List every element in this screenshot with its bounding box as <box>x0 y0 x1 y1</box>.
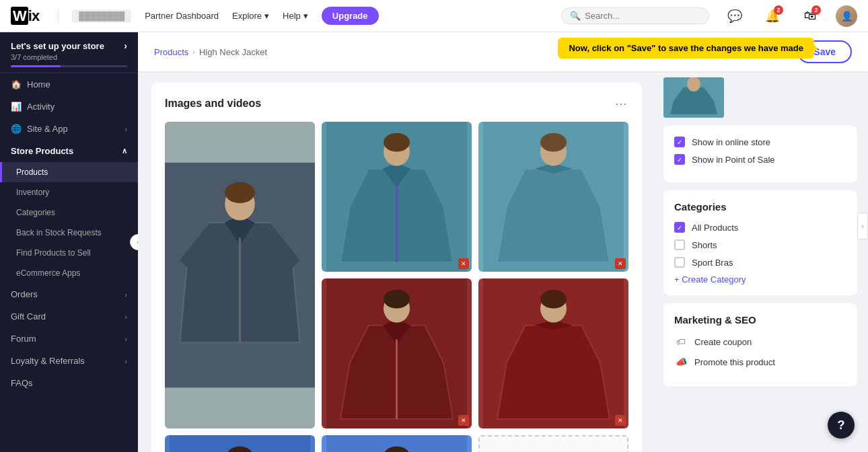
product-image-main[interactable]: ✕ <box>165 122 315 428</box>
upgrade-button[interactable]: Upgrade <box>322 7 379 25</box>
sidebar-item-gift-card[interactable]: Gift Card › <box>0 305 138 328</box>
breadcrumb-products-link[interactable]: Products <box>154 47 188 57</box>
loyalty-arrow-icon: › <box>124 357 127 365</box>
setup-progress: 3/7 completed <box>11 53 127 61</box>
sidebar-item-forum[interactable]: Forum › <box>0 328 138 350</box>
svg-point-17 <box>540 290 567 309</box>
setup-title[interactable]: Let's set up your store › <box>11 40 127 51</box>
notifications-button[interactable]: 🔔 2 <box>760 4 785 28</box>
cart-badge: 2 <box>811 5 821 15</box>
delete-image-red-front-button[interactable]: ✕ <box>458 415 469 426</box>
sidebar-item-loyalty-referrals[interactable]: Loyalty & Referrals › <box>0 350 138 372</box>
sidebar-item-orders[interactable]: Orders › <box>0 283 138 305</box>
sidebar-item-back-in-stock[interactable]: Back in Stock Requests <box>0 223 138 243</box>
images-section-title: Images and videos <box>165 98 261 110</box>
product-image-red-front[interactable]: ✕ <box>322 278 472 428</box>
breadcrumb-separator: › <box>192 48 195 56</box>
add-image-button[interactable]: + <box>478 435 628 452</box>
sidebar: Let's set up your store › 3/7 completed … <box>0 32 138 452</box>
delete-image-red-back-button[interactable]: ✕ <box>615 415 626 426</box>
all-products-checkbox[interactable]: ✓ <box>674 222 685 233</box>
jacket-red-back-svg <box>478 278 628 428</box>
show-online-store-item[interactable]: ✓ Show in online store <box>674 137 846 147</box>
category-shorts[interactable]: Shorts <box>674 239 846 250</box>
sidebar-item-site-app[interactable]: 🌐 Site & App › <box>0 118 138 140</box>
marketing-seo-title: Marketing & SEO <box>674 314 846 326</box>
jacket-blue1-svg <box>165 435 315 452</box>
main-layout: Let's set up your store › 3/7 completed … <box>0 32 868 452</box>
sidebar-item-inventory[interactable]: Inventory <box>0 182 138 202</box>
right-panel-collapse-button[interactable]: › <box>857 213 868 239</box>
store-products-collapse-icon: ∧ <box>122 147 127 155</box>
category-sport-bras[interactable]: Sport Bras <box>674 257 846 268</box>
show-online-store-label: Show in online store <box>692 137 770 147</box>
sidebar-item-faqs[interactable]: FAQs <box>0 372 138 394</box>
explore-chevron-icon: ▾ <box>264 11 269 21</box>
coupon-icon: 🏷 <box>674 335 688 348</box>
product-image-blue1[interactable]: ✕ <box>165 435 315 452</box>
cart-button[interactable]: 🛍 2 <box>798 4 822 28</box>
svg-point-10 <box>540 133 567 152</box>
notification-badge: 2 <box>774 5 783 15</box>
show-pos-checkbox[interactable]: ✓ <box>674 154 685 165</box>
create-coupon-label: Create coupon <box>694 337 752 347</box>
messages-icon: 💬 <box>727 9 742 24</box>
store-products-section-header[interactable]: Store Products ∧ <box>0 140 138 162</box>
activity-icon: 📊 <box>11 102 22 112</box>
delete-image-teal-front-button[interactable]: ✕ <box>458 258 469 269</box>
site-icon: 🌐 <box>11 124 22 134</box>
sidebar-item-activity[interactable]: 📊 Activity <box>0 96 138 118</box>
breadcrumb-current: High Neck Jacket <box>199 47 267 57</box>
forum-arrow-icon: › <box>124 335 127 343</box>
sidebar-item-ecommerce-apps[interactable]: eCommerce Apps <box>0 263 138 283</box>
search-bar[interactable]: 🔍 <box>561 7 709 24</box>
product-image-teal-back[interactable]: ✕ <box>478 122 628 272</box>
partner-dashboard-link[interactable]: Partner Dashboard <box>145 11 219 21</box>
promote-product-label: Promote this product <box>694 357 775 367</box>
svg-point-3 <box>225 182 255 203</box>
sidebar-item-categories[interactable]: Categories <box>0 202 138 223</box>
jacket-blue2-svg <box>322 435 472 452</box>
create-coupon-item[interactable]: 🏷 Create coupon <box>674 335 846 348</box>
explore-link[interactable]: Explore ▾ <box>232 11 269 21</box>
top-navigation: Wix ████████ Partner Dashboard Explore ▾… <box>0 0 868 32</box>
all-products-label: All Products <box>692 223 738 233</box>
images-videos-section: Images and videos ⋯ <box>151 83 642 452</box>
home-icon: 🏠 <box>11 79 22 89</box>
show-online-store-checkbox[interactable]: ✓ <box>674 137 685 147</box>
visibility-section: ✓ Show in online store ✓ Show in Point o… <box>663 126 857 182</box>
product-image-red-back[interactable]: ✕ <box>478 278 628 428</box>
category-all-products[interactable]: ✓ All Products <box>674 222 846 233</box>
search-input[interactable] <box>585 11 700 21</box>
promote-product-item[interactable]: 📣 Promote this product <box>674 355 846 369</box>
help-button[interactable]: ? <box>828 412 855 439</box>
help-link[interactable]: Help ▾ <box>283 11 308 21</box>
nav-divider <box>58 8 59 24</box>
section-menu-button[interactable]: ⋯ <box>615 96 628 111</box>
left-panel: Images and videos ⋯ <box>138 72 653 452</box>
product-image-blue2[interactable]: ✕ <box>322 435 472 452</box>
shorts-checkbox[interactable] <box>674 239 685 250</box>
messages-button[interactable]: 💬 <box>723 4 747 28</box>
site-app-arrow-icon: › <box>124 125 127 133</box>
svg-point-6 <box>384 133 410 152</box>
progress-fill <box>11 65 61 67</box>
sidebar-item-products[interactable]: Products <box>0 162 138 182</box>
show-pos-item[interactable]: ✓ Show in Point of Sale <box>674 154 846 165</box>
jacket-red-front-svg <box>322 278 472 428</box>
create-category-link[interactable]: + Create Category <box>674 274 846 285</box>
shorts-label: Shorts <box>692 240 717 250</box>
marketing-seo-section: Marketing & SEO 🏷 Create coupon 📣 Promot… <box>663 303 857 386</box>
store-setup-section: Let's set up your store › 3/7 completed <box>0 32 138 73</box>
categories-title: Categories <box>674 201 846 213</box>
sidebar-item-find-products[interactable]: Find Products to Sell <box>0 243 138 263</box>
help-chevron-icon: ▾ <box>303 11 308 21</box>
sidebar-item-home[interactable]: 🏠 Home <box>0 73 138 96</box>
svg-point-13 <box>384 290 410 309</box>
promote-icon: 📣 <box>674 355 688 369</box>
user-avatar[interactable]: 👤 <box>836 5 857 27</box>
sport-bras-checkbox[interactable] <box>674 257 685 268</box>
delete-image-teal-back-button[interactable]: ✕ <box>615 258 626 269</box>
product-image-teal-front[interactable]: ✕ <box>322 122 472 272</box>
site-name-display[interactable]: ████████ <box>72 9 131 23</box>
